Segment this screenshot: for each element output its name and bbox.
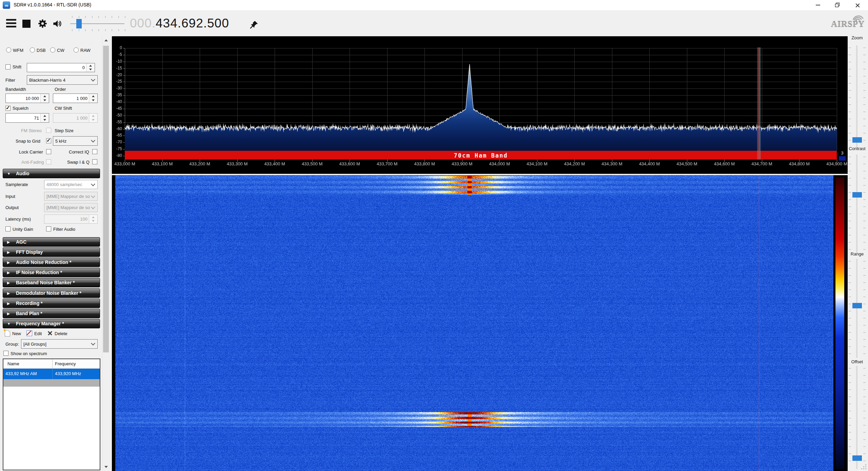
panel-header-recording[interactable]: ▶Recording * (3, 299, 100, 308)
slider-thumb-zoom[interactable] (852, 137, 862, 143)
shift-spinner[interactable] (86, 63, 95, 72)
anti-fading-checkbox (46, 159, 51, 164)
close-button[interactable] (847, 0, 868, 10)
slider-track-contrast[interactable] (856, 155, 857, 253)
frequency-table[interactable]: Name Frequency 433,92 MHz AM 433,920 MHz (3, 359, 100, 470)
panel-scrollbar[interactable] (102, 36, 110, 471)
slider-track-offset[interactable] (856, 366, 857, 469)
panel-header-band-plan[interactable]: ▶Band Plan * (3, 309, 100, 318)
panel-header-if-noise-reduction[interactable]: ▶IF Noise Reduction * (3, 268, 100, 277)
panel-header-baseband-noise-blanker[interactable]: ▶Baseband Noise Blanker * (3, 278, 100, 287)
menu-button[interactable] (6, 19, 16, 28)
slider-tick (863, 339, 866, 340)
chevron-down-icon (91, 193, 95, 198)
stop-button[interactable] (22, 20, 31, 28)
mode-radio-dsb[interactable] (30, 47, 35, 53)
panel-header-fft-display[interactable]: ▶FFT Display (3, 247, 100, 257)
slider-tick (849, 178, 851, 179)
snap-to-grid-checkbox[interactable] (46, 138, 51, 143)
bandwidth-label: Bandwidth (5, 87, 26, 92)
unity-gain-checkbox[interactable] (5, 226, 11, 231)
column-header-name[interactable]: Name (7, 361, 19, 366)
scroll-down-icon[interactable] (102, 463, 110, 471)
squelch-checkbox[interactable] (5, 106, 11, 111)
pin-button[interactable] (250, 20, 258, 30)
slider-thumb-range[interactable] (852, 303, 862, 308)
panel-header-frequency-manager[interactable]: ▼Frequency Manager * (3, 319, 100, 328)
slider-track-zoom[interactable] (856, 45, 857, 148)
latency-input: 100 (44, 214, 98, 224)
mute-button[interactable] (53, 19, 62, 30)
edit-pencil-icon (26, 330, 32, 336)
slider-thumb-contrast[interactable] (852, 192, 862, 198)
mode-radio-cw[interactable] (50, 47, 55, 53)
panel-header-audio-noise-reduction[interactable]: ▶Audio Noise Reduction * (3, 258, 100, 267)
app-logo-icon: ∞ (3, 1, 10, 9)
mode-radio-raw[interactable] (74, 47, 79, 53)
filter-dropdown[interactable]: Blackman-Harris 4 (27, 75, 98, 85)
order-input[interactable]: 1 000 (53, 94, 98, 103)
slider-tick (849, 90, 851, 91)
volume-tick (79, 16, 79, 18)
swap-iq-checkbox[interactable] (92, 159, 97, 164)
slider-tick (849, 185, 851, 186)
slider-label-contrast: Contrast (846, 146, 868, 151)
slider-tick (863, 157, 866, 157)
fm-edit-button[interactable]: Edit (34, 331, 42, 336)
step-size-dropdown[interactable]: 5 kHz (53, 136, 98, 146)
slider-thumb-offset[interactable] (852, 455, 862, 461)
db-axis-label: -60 (111, 126, 122, 131)
slider-track-range[interactable] (856, 259, 857, 358)
db-axis-label: -20 (111, 73, 122, 77)
snap-to-grid-label: Snap to Grid (16, 139, 40, 144)
slider-tick (849, 375, 851, 376)
bandwidth-input[interactable]: 10 000 (5, 94, 49, 103)
shift-checkbox[interactable] (5, 64, 11, 69)
slider-tick (863, 69, 866, 69)
volume-tick (92, 16, 93, 18)
slider-tick (849, 235, 851, 236)
frequency-display[interactable]: 000.434.692.500 (130, 16, 229, 30)
waterfall-display[interactable] (112, 175, 848, 471)
anti-fading-label: Anti-Fading (21, 160, 44, 165)
tuning-line[interactable] (759, 47, 760, 160)
group-dropdown[interactable]: [All Groups] (21, 339, 98, 349)
slider-tick (863, 171, 866, 171)
slider-tick (849, 332, 851, 333)
samplerate-dropdown[interactable]: 48000 sample/sec (44, 180, 98, 189)
lock-carrier-label: Lock Carrier (19, 149, 43, 155)
show-on-spectrum-checkbox[interactable] (3, 351, 8, 356)
fm-delete-button[interactable]: Delete (55, 331, 67, 336)
panel-header-agc[interactable]: ▶AGC (3, 237, 100, 247)
slider-tick (849, 83, 851, 84)
resize-grip-icon[interactable] (861, 464, 867, 470)
mode-radio-wfm[interactable] (6, 47, 11, 53)
shift-input[interactable]: 0 (27, 63, 95, 72)
table-header-row: Name Frequency (3, 359, 100, 369)
chevron-down-icon (91, 77, 95, 82)
correct-iq-checkbox[interactable] (92, 149, 97, 154)
db-axis-label: -10 (111, 59, 122, 64)
minimize-button[interactable] (808, 0, 828, 10)
settings-button[interactable] (38, 19, 47, 29)
fm-new-button[interactable]: New (12, 331, 21, 336)
volume-slider-thumb[interactable] (76, 19, 82, 28)
cw-shift-label: CW Shift (55, 106, 72, 111)
title-bar[interactable]: ∞ SDR# v1.0.0.1664 - RTL-SDR (USB) (0, 0, 868, 10)
audio-output-dropdown: [MME] Mappeur de so (44, 203, 98, 212)
slider-tick (863, 453, 866, 454)
table-row[interactable]: 433,92 MHz AM 433,920 MHz (3, 369, 100, 379)
squelch-input[interactable]: 71 (5, 113, 49, 123)
restore-button[interactable] (828, 0, 847, 10)
scroll-up-icon[interactable] (102, 36, 110, 44)
lock-carrier-checkbox[interactable] (46, 149, 51, 154)
slider-tick (849, 304, 851, 304)
filter-audio-checkbox[interactable] (46, 226, 51, 231)
slider-tick (863, 346, 866, 347)
scrollbar-thumb[interactable] (103, 46, 109, 352)
panel-header-demodulator-noise-blanker[interactable]: ▶Demodulator Noise Blanker * (3, 288, 100, 298)
column-header-frequency[interactable]: Frequency (55, 361, 76, 366)
panel-title: AGC (16, 239, 26, 245)
delete-x-icon (47, 331, 52, 335)
audio-section-header[interactable]: ▼ Audio (3, 169, 100, 178)
